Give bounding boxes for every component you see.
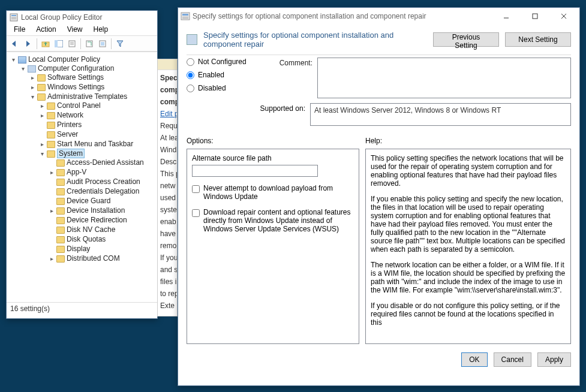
export-icon[interactable] — [97, 38, 109, 50]
menu-action[interactable]: Action — [31, 25, 61, 35]
expand-icon[interactable]: ▸ — [39, 141, 46, 147]
minimize-button[interactable] — [493, 8, 519, 24]
svg-rect-2 — [11, 17, 16, 18]
menu-file[interactable]: File — [9, 25, 30, 35]
expand-icon[interactable]: ▸ — [39, 102, 46, 109]
gpedit-titlebar[interactable]: Local Group Policy Editor — [7, 11, 157, 24]
alt-source-label: Alternate source file path — [192, 154, 354, 162]
policy-tree[interactable]: ▾Local Computer Policy ▾Computer Configu… — [7, 52, 157, 302]
tree-control-panel[interactable]: Control Panel — [57, 101, 101, 110]
apply-button[interactable]: Apply — [537, 352, 571, 367]
tree-device-install[interactable]: Device Installation — [67, 206, 125, 215]
radio-enabled[interactable]: Enabled — [187, 71, 253, 79]
policy-icon — [181, 11, 190, 21]
settings-pane-header — [158, 59, 177, 70]
tree-disk-quotas[interactable]: Disk Quotas — [67, 235, 106, 243]
svg-rect-16 — [182, 17, 188, 17]
collapse-icon[interactable]: ▾ — [10, 56, 17, 63]
folder-icon — [47, 150, 55, 158]
supported-on-label: Supported on: — [187, 103, 305, 126]
show-hide-tree-icon[interactable] — [53, 38, 65, 50]
edit-policy-link[interactable]: Edit p — [160, 110, 178, 118]
svg-rect-1 — [11, 15, 16, 16]
svg-rect-6 — [55, 40, 58, 47]
maximize-button[interactable] — [522, 8, 548, 24]
folder-icon — [56, 169, 65, 176]
folder-icon — [37, 84, 46, 91]
close-button[interactable] — [551, 8, 577, 24]
policy-root-icon — [18, 56, 26, 64]
state-radio-group: Not Configured Enabled Disabled — [187, 58, 253, 98]
up-folder-icon[interactable] — [40, 38, 52, 50]
expand-icon[interactable]: ▸ — [39, 112, 46, 119]
help-paragraph: If you disable or do not configure this … — [371, 301, 566, 327]
folder-icon — [56, 246, 65, 253]
download-direct-checkbox[interactable]: Download repair content and optional fea… — [192, 208, 354, 233]
nav-forward-icon[interactable] — [22, 38, 34, 50]
next-setting-button[interactable]: Next Setting — [505, 32, 571, 47]
collapse-icon[interactable]: ▾ — [20, 65, 26, 72]
expand-icon[interactable]: ▸ — [29, 74, 36, 81]
tree-disk-nv[interactable]: Disk NV Cache — [67, 225, 115, 234]
tree-computer-config[interactable]: Computer Configuration — [38, 64, 114, 73]
tree-printers[interactable]: Printers — [57, 120, 82, 129]
svg-rect-17 — [182, 18, 188, 19]
help-label: Help: — [365, 137, 571, 145]
expand-icon[interactable]: ▸ — [49, 207, 55, 214]
tree-credentials[interactable]: Credentials Delegation — [67, 187, 139, 195]
never-download-checkbox[interactable]: Never attempt to download payload from W… — [192, 184, 354, 201]
settings-pane-body: Spec comp comp Edit p Requ At lea Wind D… — [158, 70, 177, 305]
svg-rect-14 — [181, 13, 190, 20]
expand-icon[interactable]: ▸ — [49, 169, 55, 176]
dialog-footer: OK Cancel Apply — [178, 344, 579, 375]
alt-source-input[interactable] — [192, 165, 318, 177]
policy-dialog: Specify settings for optional component … — [178, 7, 580, 386]
svg-rect-9 — [70, 43, 74, 44]
comment-textarea[interactable] — [317, 58, 571, 98]
computer-icon — [28, 65, 36, 73]
tree-root[interactable]: Local Computer Policy — [28, 55, 100, 64]
filter-icon[interactable] — [114, 38, 126, 50]
tree-appv[interactable]: App-V — [67, 168, 86, 176]
cancel-button[interactable]: Cancel — [494, 352, 531, 367]
tree-access-denied[interactable]: Access-Denied Assistan — [67, 158, 144, 167]
tree-audit-process[interactable]: Audit Process Creation — [67, 177, 140, 186]
help-paragraph: This policy setting specifies the networ… — [371, 154, 566, 188]
tree-software-settings[interactable]: Software Settings — [47, 73, 104, 82]
tree-display[interactable]: Display — [67, 245, 90, 253]
menu-view[interactable]: View — [62, 25, 88, 35]
properties-icon[interactable] — [66, 38, 78, 50]
tree-start-menu[interactable]: Start Menu and Taskbar — [57, 140, 133, 148]
tree-dcom[interactable]: Distributed COM — [67, 254, 120, 263]
expand-icon[interactable]: ▸ — [49, 255, 55, 262]
refresh-icon[interactable] — [83, 38, 95, 50]
ok-button[interactable]: OK — [461, 352, 487, 367]
expand-icon[interactable]: ▸ — [29, 84, 36, 91]
menu-help[interactable]: Help — [89, 25, 113, 35]
tree-admin-templates[interactable]: Administrative Templates — [47, 92, 127, 101]
svg-rect-19 — [533, 14, 537, 19]
policy-header-icon — [187, 34, 197, 45]
tree-device-guard[interactable]: Device Guard — [67, 197, 110, 205]
radio-not-configured[interactable]: Not Configured — [187, 58, 253, 66]
options-label: Options: — [187, 137, 359, 145]
collapse-icon[interactable]: ▾ — [39, 150, 46, 157]
radio-disabled[interactable]: Disabled — [187, 84, 253, 92]
tree-network[interactable]: Network — [57, 111, 83, 119]
previous-setting-button[interactable]: Previous Setting — [433, 32, 499, 47]
tree-system[interactable]: System — [57, 149, 85, 158]
tree-device-redir[interactable]: Device Redirection — [67, 216, 127, 224]
options-pane: Alternate source file path Never attempt… — [187, 149, 359, 344]
dialog-header-text: Specify settings for optional component … — [203, 31, 427, 49]
gpedit-menubar: File Action View Help — [7, 24, 157, 36]
folder-icon — [56, 217, 65, 224]
help-pane: This policy setting specifies the networ… — [365, 149, 571, 344]
folder-icon — [37, 94, 46, 101]
collapse-icon[interactable]: ▾ — [29, 94, 36, 100]
tree-windows-settings[interactable]: Windows Settings — [47, 83, 104, 91]
nav-back-icon[interactable] — [9, 38, 21, 50]
settings-list-pane: Spec comp comp Edit p Requ At lea Wind D… — [157, 59, 178, 316]
tree-server[interactable]: Server — [57, 130, 78, 138]
dialog-titlebar[interactable]: Specify settings for optional component … — [178, 8, 579, 25]
folder-icon — [47, 122, 55, 129]
